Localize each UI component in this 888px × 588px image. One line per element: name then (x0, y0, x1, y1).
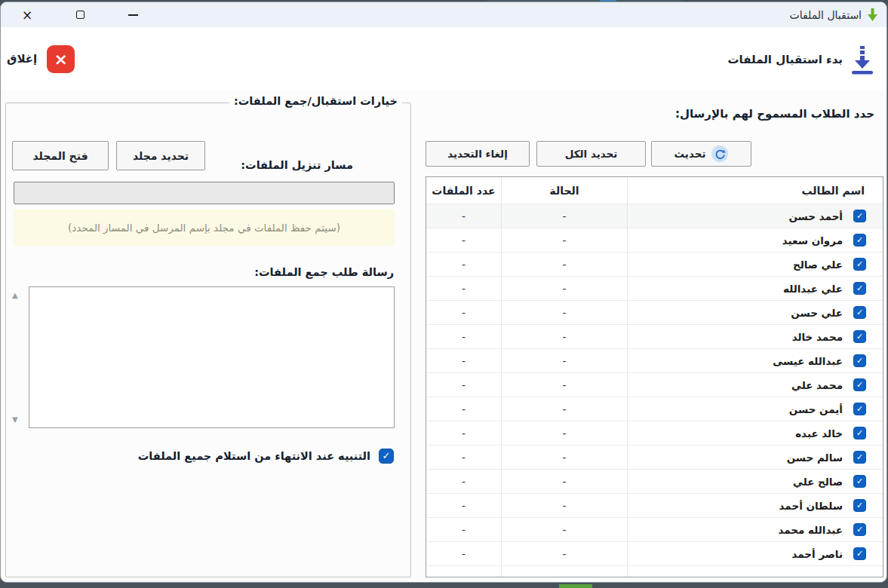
student-status: - (502, 228, 628, 252)
student-checkbox[interactable]: ✓ (853, 330, 866, 343)
maximize-icon (76, 11, 84, 19)
table-body: ✓ أحمد حسن - - ✓ مروان سعيد - - ✓ علي صا… (426, 204, 883, 565)
student-file-count: - (426, 228, 502, 252)
start-receiving-label: بدء استقبال الملفات (728, 53, 843, 66)
alert-checkbox[interactable]: ✓ (379, 449, 394, 464)
student-checkbox[interactable]: ✓ (853, 523, 866, 536)
window-title-area: استقبال الملفات (790, 2, 877, 27)
table-row[interactable]: ✓ صالح علي - - (426, 469, 883, 493)
student-file-count: - (426, 204, 502, 228)
scroll-down-icon[interactable]: ▼ (12, 415, 18, 424)
student-name: عبدالله عيسى (773, 355, 843, 367)
student-checkbox[interactable]: ✓ (853, 210, 866, 222)
download-arrow-icon (868, 8, 877, 22)
student-checkbox[interactable]: ✓ (853, 451, 866, 464)
student-file-count: - (426, 277, 502, 300)
student-status: - (502, 349, 628, 372)
student-status: - (502, 204, 628, 228)
download-path-input[interactable] (14, 182, 395, 204)
student-status: - (502, 518, 628, 541)
options-groupbox: خيارات استقبال/جمع الملفات: فتح المجلد ت… (5, 103, 411, 577)
window-maximize-button[interactable] (67, 2, 93, 27)
student-name: عبدالله محمد (778, 524, 843, 536)
table-row[interactable]: ✓ علي صالح - - (426, 252, 883, 276)
student-name: علي صالح (793, 259, 843, 271)
student-status: - (502, 253, 628, 276)
student-file-count: - (426, 542, 502, 565)
close-icon: × (22, 8, 32, 23)
title-bar: × استقبال الملفات (1, 2, 886, 27)
download-path-label: مسار تنزيل الملفات: (241, 159, 353, 171)
refresh-label: تحديث (674, 148, 706, 160)
student-name: محمد علي (791, 379, 843, 391)
student-file-count: - (426, 494, 502, 517)
student-status: - (502, 470, 628, 493)
open-folder-label: فتح المجلد (32, 150, 88, 162)
header-student-name: اسم الطالب (628, 177, 883, 204)
table-row[interactable]: ✓ علي عبدالله - - (426, 276, 883, 300)
student-checkbox[interactable]: ✓ (853, 282, 866, 295)
student-checkbox[interactable]: ✓ (853, 306, 866, 319)
table-row[interactable]: ✓ خالد عبده - - (426, 421, 883, 445)
table-row[interactable]: ✓ سالم حسن - - (426, 445, 883, 469)
student-name: سالم حسن (787, 452, 843, 464)
table-row[interactable]: ✓ محمد خالد - - (426, 324, 883, 348)
student-status: - (502, 301, 628, 324)
download-files-icon (850, 43, 874, 76)
window-minimize-button[interactable] (120, 2, 146, 27)
request-message-label: رسالة طلب جمع الملفات: (254, 266, 394, 278)
student-file-count: - (426, 421, 502, 445)
table-row[interactable]: ✓ عبدالله عيسى - - (426, 348, 883, 372)
alert-checkbox-row[interactable]: ✓ التنبيه عند الانتهاء من استلام جميع ال… (138, 449, 394, 464)
header-status: الحالة (502, 177, 628, 204)
table-row[interactable]: ✓ ناصر أحمد - - (426, 541, 883, 565)
student-name: علي حسن (791, 307, 843, 319)
close-dialog-button[interactable]: إغلاق × (7, 44, 75, 74)
student-checkbox[interactable]: ✓ (853, 234, 866, 247)
student-file-count: - (426, 325, 502, 348)
student-checkbox[interactable]: ✓ (853, 499, 866, 512)
table-header-row: اسم الطالب الحالة عدد الملفات (426, 177, 883, 204)
student-file-count: - (426, 349, 502, 372)
student-status: - (502, 373, 628, 397)
header-file-count: عدد الملفات (426, 177, 502, 204)
student-file-count: - (426, 470, 502, 493)
student-name: مروان سعيد (782, 234, 843, 247)
window-title: استقبال الملفات (790, 9, 862, 21)
student-status: - (502, 542, 628, 565)
select-folder-button[interactable]: تحديد مجلد (116, 141, 205, 170)
student-checkbox[interactable]: ✓ (853, 547, 866, 560)
refresh-button[interactable]: تحديث (651, 141, 751, 167)
student-checkbox[interactable]: ✓ (853, 475, 866, 488)
deselect-button[interactable]: إلغاء التحديد (426, 141, 530, 167)
student-checkbox[interactable]: ✓ (853, 427, 866, 439)
student-status: - (502, 494, 628, 517)
table-row[interactable]: ✓ أحمد حسن - - (426, 204, 883, 228)
message-scrollbar: ▲ ▼ (7, 286, 27, 428)
table-row[interactable]: ✓ أيمن حسن - - (426, 397, 883, 421)
student-file-count: - (426, 301, 502, 324)
student-file-count: - (426, 446, 502, 469)
student-checkbox[interactable]: ✓ (853, 354, 866, 367)
table-row[interactable]: ✓ عبدالله محمد - - (426, 517, 883, 541)
table-row[interactable]: ✓ محمد علي - - (426, 372, 883, 397)
student-checkbox[interactable]: ✓ (853, 258, 866, 271)
table-empty-row (426, 565, 883, 577)
scroll-up-icon[interactable]: ▲ (12, 291, 18, 299)
start-receiving-button[interactable]: بدء استقبال الملفات (725, 39, 877, 80)
table-row[interactable]: ✓ مروان سعيد - - (426, 228, 883, 252)
request-message-textarea[interactable] (29, 286, 395, 428)
select-folder-label: تحديد مجلد (133, 150, 189, 162)
select-all-button[interactable]: تحديد الكل (536, 141, 646, 167)
toolbar: بدء استقبال الملفات إغلاق × (1, 27, 886, 90)
table-row[interactable]: ✓ علي حسن - - (426, 300, 883, 324)
open-folder-button[interactable]: فتح المجلد (12, 141, 109, 170)
student-name: خالد عبده (795, 427, 843, 439)
student-status: - (502, 446, 628, 469)
deselect-label: إلغاء التحديد (447, 148, 508, 160)
window-close-button[interactable]: × (14, 2, 40, 27)
student-checkbox[interactable]: ✓ (853, 403, 866, 415)
save-location-note: (سيتم حفظ الملفات في مجلد بإسم المرسل في… (14, 210, 395, 246)
table-row[interactable]: ✓ سلطان أحمد - - (426, 493, 883, 517)
student-checkbox[interactable]: ✓ (853, 378, 866, 391)
